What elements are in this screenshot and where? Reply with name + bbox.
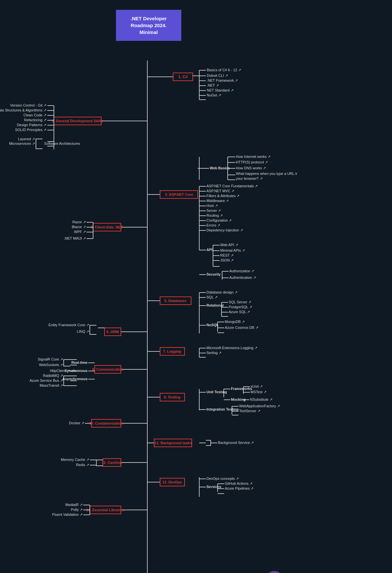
framework-item-1: xUnit ↗	[251, 384, 263, 388]
realtime-item-1: SignalR Core ↗	[38, 357, 63, 361]
orm-item-1: Entity Framework Core ↗	[48, 323, 89, 327]
web-basics-2: HTTP(S) protocol ↗	[236, 160, 268, 164]
aspnet-item-7: Routing ↗	[206, 213, 223, 217]
nosql-item-1: MongoDB ↗	[225, 320, 245, 324]
client-item-4: .NET MAUI ↗	[64, 236, 86, 240]
csharp-item-3: .NET Framework ↗	[207, 78, 238, 82]
section-communication-label: 8. Communication	[92, 367, 123, 371]
section-testing-label: 9. Testing	[164, 395, 181, 399]
general-item-2: Data Structures & Algorithms ↗	[0, 108, 46, 112]
client-item-3: WPF ↗	[74, 230, 86, 234]
client-item-2: Blazor ↗	[72, 225, 86, 229]
relational-item-2: PostgreSQL ↗	[229, 305, 252, 309]
api-item-4: JSON ↗	[220, 258, 234, 262]
integration-testing-label: Integration Testing	[206, 407, 238, 411]
csharp-item-6: NuGet ↗	[207, 93, 221, 97]
aspnet-item-2: ASP.NET MVC ↗	[206, 189, 234, 193]
section-container-label: 10. Containerization	[89, 421, 123, 425]
security-item-1: Authorization ↗	[229, 269, 254, 273]
general-item-3: Clean Code ↗	[24, 113, 46, 117]
container-item-1: Docker ↗	[69, 421, 84, 425]
relational-label: Relational	[206, 303, 224, 307]
lib-item-3: Fluent Validation ↗	[52, 513, 83, 516]
section-orm-label: 6. ORM	[106, 330, 119, 334]
caching-item-1: Memory Cache ↗	[61, 458, 89, 462]
csharp-item-4: .NET ↗	[207, 83, 219, 87]
async-item-1: RabbitMQ ↗	[43, 374, 63, 378]
section-databases-label: 5. Databases	[164, 299, 186, 303]
api-item-3: REST ↗	[220, 253, 234, 257]
logging-item-2: Serilog ↗	[206, 351, 221, 355]
section-devops-label: 13. DevOps	[162, 480, 182, 484]
lib-item-2: Polly ↗	[71, 508, 83, 512]
integration-item-1: WebApplicationFactory ↗	[239, 404, 280, 408]
realtime-label: Real-time	[71, 361, 88, 364]
async-label: Asynchronous	[62, 377, 88, 381]
aspnet-item-5: Host ↗	[206, 204, 218, 208]
csharp-item-1: Basics of C# 6 - 12 ↗	[207, 68, 241, 72]
realtime-item-2: WebSockets ↗	[39, 363, 63, 367]
db-item-1: Database design ↗	[206, 290, 237, 294]
general-item-5: Design Patterns ↗	[17, 123, 46, 127]
section-clientside-label: 4. Client-Side .NET	[91, 225, 123, 229]
aspnet-item-8: Configuration ↗	[206, 218, 232, 222]
section-aspnet-label: 3. ASP.NET Core	[165, 193, 193, 196]
framework-item-2: MSTest ↗	[251, 390, 267, 394]
logging-item-1: Microsoft.Extensions.Logging ↗	[206, 346, 257, 350]
software-arch-item-2: Microservices ↗	[9, 142, 35, 145]
title-text: .NET Developer Roadmap 2024. Minimal	[131, 16, 167, 35]
nosql-label: NoSQL	[206, 323, 219, 327]
aspnet-item-4: Middleware ↗	[206, 199, 229, 203]
software-arch-label: Software Architectures	[44, 142, 80, 145]
csharp-item-5: NET Standard ↗	[207, 88, 234, 92]
services-item-2: Azure Pipelines ↗	[225, 486, 254, 490]
section-general-label: 2. General Development Skills	[52, 119, 103, 123]
devops-item-1: DevOps concepts ↗	[206, 477, 239, 480]
web-basics-4b: your browser? ↗	[236, 177, 263, 180]
section-background-label: 11. Background tasks	[155, 441, 192, 445]
page-title: .NET Developer Roadmap 2024. Minimal	[116, 10, 181, 41]
section-libraries-label: 14. Essential Libraries	[86, 508, 124, 512]
section-logging-label: 7. Logging	[163, 349, 181, 353]
integration-item-2: TestServer ↗	[239, 409, 260, 413]
aspnet-item-3: Filters & Attributes ↗	[206, 194, 239, 198]
relational-item-3: Azure SQL ↗	[229, 310, 250, 314]
api-item-1: Web API ↗	[220, 243, 238, 247]
async-item-3: MassTransit ↗	[40, 383, 63, 387]
aspnet-item-1: ASP.NET Core Fundamentals ↗	[206, 184, 258, 188]
async-item-2: Azure Service Bus ↗	[29, 379, 63, 382]
api-label: API	[206, 248, 212, 252]
page-container: .NET Developer Roadmap 2024. Minimal 1. …	[0, 0, 297, 573]
aspnet-item-6: Server ↗	[206, 209, 221, 212]
web-basics-label: Web Basics	[210, 166, 230, 170]
general-item-4: Refactoring ↗	[24, 118, 46, 122]
db-item-2: SQL ↗	[206, 295, 218, 299]
web-basics-3: How DNS works ↗	[236, 166, 266, 170]
roadmap-diagram: 1. C# Basics of C# 6 - 12 ↗ Dotnet CLI ↗…	[0, 57, 297, 573]
web-basics-4: What happens when you type a URL into	[236, 172, 297, 176]
section-csharp-label: 1. C#	[178, 75, 188, 79]
general-item-1: Version Control - Git ↗	[10, 103, 46, 107]
svg-point-140	[265, 571, 284, 573]
mocking-item-1: NSubstitute ↗	[250, 397, 272, 401]
frameworks-label: Frameworks	[231, 387, 252, 391]
web-basics-1: How Internet works ↗	[236, 155, 270, 159]
csharp-item-2: Dotnet CLI ↗	[207, 74, 228, 77]
security-label: Security	[206, 272, 221, 276]
orm-item-2: LINQ ↗	[77, 329, 89, 333]
api-item-2: Minimal APIs ↗	[220, 248, 245, 252]
aspnet-item-9: Errors ↗	[206, 223, 220, 227]
background-item-1: Background Service ↗	[218, 441, 254, 445]
caching-item-2: Redis ↗	[76, 463, 89, 467]
sync-item-1: HttpClient ↗	[50, 369, 70, 373]
software-arch-item-1: Layered ↗	[18, 137, 35, 141]
services-label: Services	[206, 485, 221, 489]
security-item-2: Authentication ↗	[229, 276, 256, 279]
client-item-1: Razor ↗	[73, 220, 86, 224]
services-item-1: GitHub Actions ↗	[225, 481, 253, 485]
relational-item-1: SQL Server ↗	[229, 300, 251, 304]
lib-item-1: MediatR ↗	[65, 503, 83, 507]
nosql-item-2: Azure Cosmos DB ↗	[225, 326, 258, 329]
aspnet-item-10: Depedency Injection ↗	[206, 228, 243, 232]
general-item-6: SOLID Principles ↗	[15, 128, 46, 132]
